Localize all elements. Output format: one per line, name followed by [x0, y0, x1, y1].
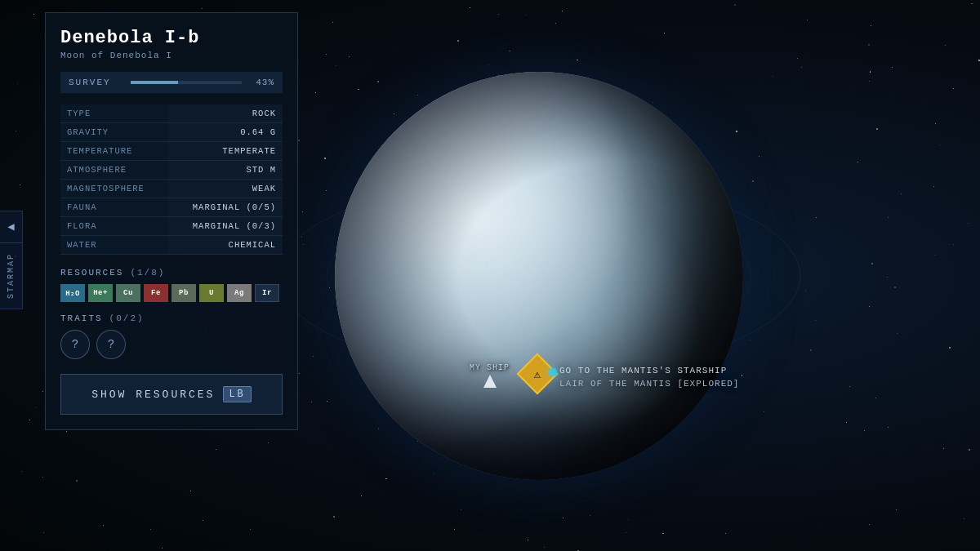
resources-section: RESOURCES (1/8) H₂OHe+CuFePbUAgIr — [60, 268, 283, 302]
table-row: ATMOSPHERESTD M — [60, 161, 283, 180]
list-item: Ir — [255, 284, 279, 302]
resources-grid: H₂OHe+CuFePbUAgIr — [60, 284, 283, 302]
stats-table: TYPEROCKGRAVITY0.64 GTEMPERATURETEMPERAT… — [60, 104, 283, 255]
survey-bar — [131, 81, 242, 84]
stat-label: ATMOSPHERE — [60, 161, 168, 180]
planet-title: Denebola I-b — [60, 28, 283, 48]
list-item: He+ — [88, 284, 113, 302]
resources-count: (1/8) — [130, 268, 165, 278]
stat-value: 0.64 G — [168, 123, 283, 142]
stat-value: ROCK — [168, 104, 283, 123]
survey-section: SURVEY 43% — [60, 72, 283, 93]
planet-subtitle: Moon of Denebola I — [60, 51, 283, 60]
stats-tbody: TYPEROCKGRAVITY0.64 GTEMPERATURETEMPERAT… — [60, 104, 283, 255]
stat-value: CHEMICAL — [168, 236, 283, 255]
list-item: H₂O — [60, 284, 85, 302]
stat-label: FLORA — [60, 217, 168, 236]
stat-value: STD M — [168, 161, 283, 180]
stat-value: MARGINAL (0/3) — [168, 217, 283, 236]
stat-value: WEAK — [168, 180, 283, 198]
stat-label: MAGNETOSPHERE — [60, 180, 168, 198]
back-arrow-button[interactable]: ◀ — [0, 211, 23, 243]
traits-section: TRAITS (0/2) ?? — [60, 313, 283, 359]
table-row: MAGNETOSPHEREWEAK — [60, 180, 283, 198]
traits-header: TRAITS (0/2) — [60, 313, 283, 323]
table-row: FLORAMARGINAL (0/3) — [60, 217, 283, 236]
stat-label: TEMPERATURE — [60, 142, 168, 161]
show-resources-label: SHOW RESOURCES — [91, 389, 215, 401]
traits-circles: ?? — [60, 330, 283, 359]
starmap-tab[interactable]: STARMAP — [0, 242, 23, 309]
stat-label: FAUNA — [60, 198, 168, 217]
lb-badge: LB — [223, 386, 251, 402]
stat-label: TYPE — [60, 104, 168, 123]
planet-globe — [335, 72, 743, 480]
info-panel: Denebola I-b Moon of Denebola I SURVEY 4… — [45, 12, 298, 430]
traits-count: (0/2) — [109, 313, 145, 323]
stat-value: MARGINAL (0/5) — [168, 198, 283, 217]
table-row: TYPEROCK — [60, 104, 283, 123]
list-item: Pb — [172, 284, 196, 302]
survey-bar-fill — [131, 81, 178, 84]
list-item: ? — [60, 330, 90, 359]
list-item: ? — [96, 330, 126, 359]
table-row: WATERCHEMICAL — [60, 236, 283, 255]
table-row: TEMPERATURETEMPERATE — [60, 142, 283, 161]
table-row: GRAVITY0.64 G — [60, 123, 283, 142]
show-resources-button[interactable]: SHOW RESOURCES LB — [60, 374, 283, 415]
list-item: Ag — [227, 284, 252, 302]
list-item: Cu — [116, 284, 140, 302]
list-item: Fe — [144, 284, 168, 302]
starmap-label: STARMAP — [7, 252, 16, 298]
survey-label: SURVEY — [69, 78, 124, 87]
resources-header: RESOURCES (1/8) — [60, 268, 283, 278]
table-row: FAUNAMARGINAL (0/5) — [60, 198, 283, 217]
stat-label: GRAVITY — [60, 123, 168, 142]
survey-percent: 43% — [248, 78, 274, 87]
resources-label: RESOURCES — [60, 268, 123, 278]
stat-value: TEMPERATE — [168, 142, 283, 161]
stat-label: WATER — [60, 236, 168, 255]
list-item: U — [199, 284, 224, 302]
traits-label: TRAITS — [60, 313, 103, 323]
